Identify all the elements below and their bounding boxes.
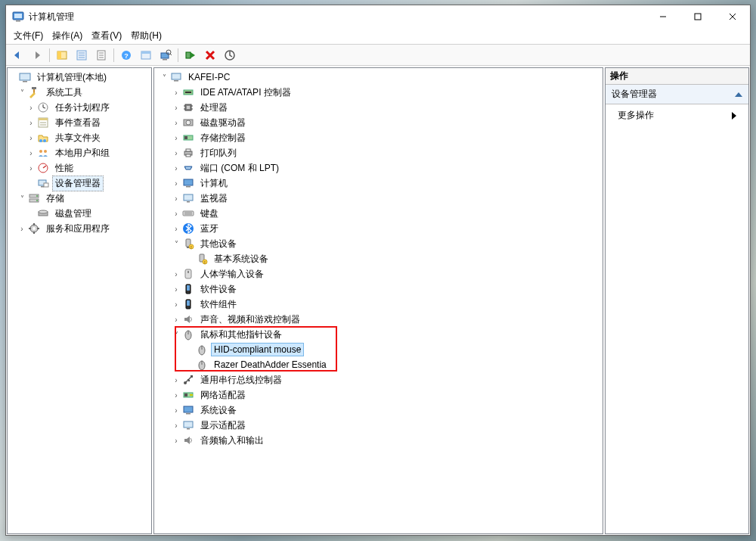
expand-icon[interactable]: › (26, 132, 36, 143)
expand-icon[interactable]: › (171, 163, 181, 173)
tree-node-task-scheduler[interactable]: ›任务计划程序 (8, 100, 151, 115)
collapse-icon[interactable]: ˅ (159, 72, 169, 82)
navigation-tree[interactable]: ▸计算机管理(本地) ˅系统工具 ›任务计划程序 ›事件查看器 ›共享文件夹 ›… (8, 68, 151, 238)
tree-node-local-users[interactable]: ›本地用户和组 (8, 145, 151, 160)
expand-icon[interactable]: › (171, 314, 181, 325)
properties-button[interactable] (73, 47, 91, 64)
expand-icon[interactable]: › (171, 284, 181, 294)
actions-section-device-manager[interactable]: 设备管理器 (606, 85, 748, 104)
device-node-mice[interactable]: ˅鼠标和其他指针设备 (154, 327, 603, 342)
actions-item-more[interactable]: 更多操作 (606, 104, 748, 126)
device-node-ide[interactable]: ›IDE ATA/ATAPI 控制器 (154, 85, 603, 100)
enable-device-button[interactable] (181, 47, 200, 64)
expand-icon[interactable]: › (26, 117, 36, 128)
collapse-icon[interactable]: ˅ (17, 87, 27, 98)
menu-view[interactable]: 查看(V) (87, 28, 126, 44)
tree-node-systools[interactable]: ˅系统工具 (8, 85, 151, 100)
nav-back-button[interactable] (8, 47, 26, 64)
expand-icon[interactable]: › (171, 420, 181, 431)
device-node-sound[interactable]: ›声音、视频和游戏控制器 (154, 312, 603, 327)
device-node-ports[interactable]: ›端口 (COM 和 LPT) (154, 160, 603, 176)
expand-icon[interactable]: › (171, 405, 181, 415)
help-button[interactable]: ? (117, 47, 135, 64)
expand-icon[interactable]: › (171, 269, 181, 279)
maximize-button[interactable] (680, 5, 715, 28)
device-node-razer-mouse[interactable]: ›Razer DeathAdder Essentia (154, 357, 603, 372)
collapse-icon[interactable]: ˅ (17, 193, 27, 204)
scan-hardware-button[interactable] (156, 47, 175, 64)
expand-icon[interactable]: › (171, 87, 181, 98)
expand-icon[interactable]: › (26, 102, 36, 113)
device-node-disk-drives[interactable]: ›磁盘驱动器 (154, 115, 603, 130)
expand-icon[interactable]: › (171, 375, 181, 385)
tree-node-performance[interactable]: ›性能 (8, 160, 151, 176)
disable-device-button[interactable] (201, 47, 219, 64)
view-icons-button[interactable] (137, 47, 155, 64)
device-node-soft-components[interactable]: ›软件组件 (154, 297, 603, 312)
device-node-hid[interactable]: ›人体学输入设备 (154, 266, 603, 281)
device-node-display-adapters[interactable]: ›显示适配器 (154, 418, 603, 433)
device-node-base-system[interactable]: ›!基本系统设备 (154, 251, 603, 266)
device-node-other-devices[interactable]: ˅!其他设备 (154, 236, 603, 251)
tree-node-shared-folders[interactable]: ›共享文件夹 (8, 130, 151, 145)
device-node-computer[interactable]: ›计算机 (154, 176, 603, 191)
menu-help[interactable]: 帮助(H) (126, 28, 166, 44)
device-node-system-devices[interactable]: ›系统设备 (154, 403, 603, 418)
tree-node-services[interactable]: ›服务和应用程序 (8, 221, 151, 236)
tree-node-root[interactable]: ▸计算机管理(本地) (8, 70, 151, 85)
device-node-keyboard[interactable]: ›键盘 (154, 206, 603, 221)
nav-forward-button[interactable] (28, 47, 46, 64)
expand-icon[interactable]: › (171, 148, 181, 158)
expand-icon[interactable]: › (171, 223, 181, 234)
svg-rect-76 (186, 149, 191, 151)
expand-icon[interactable]: › (171, 435, 181, 446)
device-node-storage-controllers[interactable]: ›存储控制器 (154, 130, 603, 145)
unknown-device-icon: ! (196, 253, 208, 265)
device-node-print-queues[interactable]: ›打印队列 (154, 145, 603, 160)
minimize-button[interactable] (646, 5, 680, 28)
device-node-pc[interactable]: ˅KAFEI-PC (154, 70, 603, 85)
expand-icon[interactable]: › (171, 132, 181, 143)
expand-icon[interactable]: › (17, 223, 27, 234)
device-tree[interactable]: ˅KAFEI-PC ›IDE ATA/ATAPI 控制器 ›处理器 ›磁盘驱动器… (154, 68, 603, 449)
svg-point-52 (36, 200, 38, 201)
device-node-usb[interactable]: ›通用串行总线控制器 (154, 372, 603, 387)
tree-node-disk-mgmt[interactable]: ›磁盘管理 (8, 206, 151, 221)
close-button[interactable] (715, 5, 750, 28)
keyboard-icon (182, 207, 194, 219)
export-list-button[interactable] (92, 47, 110, 64)
svg-rect-48 (44, 183, 48, 187)
expand-icon[interactable]: › (171, 117, 181, 128)
device-node-hid-mouse[interactable]: ›HID-compliant mouse (154, 342, 603, 357)
expand-icon[interactable]: › (26, 163, 36, 173)
svg-rect-83 (184, 194, 193, 201)
expand-icon[interactable]: › (171, 299, 181, 309)
collapse-icon[interactable]: ˅ (171, 238, 181, 249)
tree-node-event-viewer[interactable]: ›事件查看器 (8, 115, 151, 130)
expand-icon[interactable]: › (171, 178, 181, 188)
update-driver-button[interactable] (221, 47, 239, 64)
device-node-bluetooth[interactable]: ›蓝牙 (154, 221, 603, 236)
tree-node-storage[interactable]: ˅存储 (8, 191, 151, 206)
device-node-cpu[interactable]: ›处理器 (154, 100, 603, 115)
expand-icon[interactable]: › (171, 390, 181, 400)
device-node-soft-devices[interactable]: ›软件设备 (154, 281, 603, 297)
svg-point-51 (36, 195, 38, 197)
tree-node-device-manager[interactable]: ›设备管理器 (8, 176, 151, 191)
expand-icon[interactable]: › (171, 208, 181, 219)
device-node-network[interactable]: ›网络适配器 (154, 387, 603, 403)
svg-rect-114 (190, 394, 193, 396)
menu-action[interactable]: 操作(A) (48, 28, 87, 44)
svg-rect-77 (186, 154, 191, 157)
expand-icon[interactable]: › (26, 148, 36, 158)
svg-rect-82 (186, 186, 191, 188)
expand-icon[interactable]: › (171, 102, 181, 113)
menu-file[interactable]: 文件(F) (9, 28, 48, 44)
collapse-icon[interactable]: ˅ (171, 329, 181, 340)
svg-rect-4 (695, 14, 701, 20)
device-node-audio-io[interactable]: ›音频输入和输出 (154, 433, 603, 448)
show-hide-tree-button[interactable] (53, 47, 71, 64)
svg-rect-1 (14, 14, 22, 18)
device-node-monitor[interactable]: ›监视器 (154, 191, 603, 206)
expand-icon[interactable]: › (171, 193, 181, 204)
